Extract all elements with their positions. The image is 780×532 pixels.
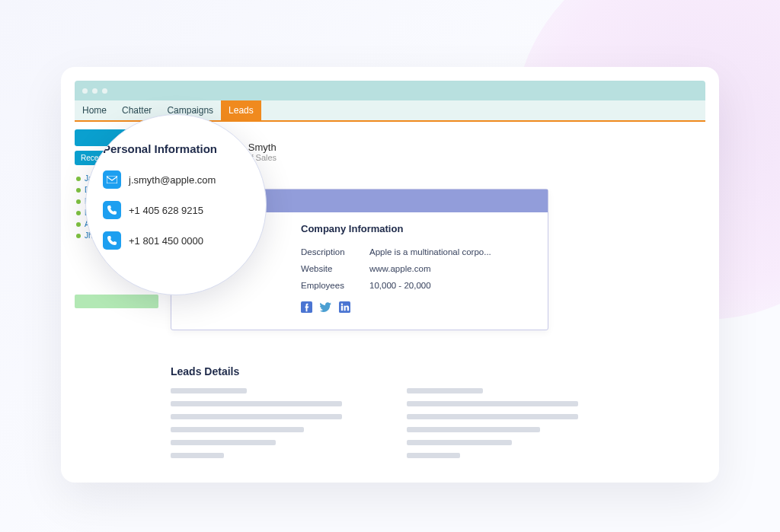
company-website-label: Website [301,264,369,273]
placeholder-line [171,388,247,393]
leads-details-header: Leads Details [171,365,597,377]
leads-details-section: Leads Details [171,365,597,458]
linkedin-icon[interactable] [339,301,350,313]
placeholder-line [171,427,304,432]
company-website-value[interactable]: www.apple.com [369,264,431,273]
phone-icon [103,231,121,250]
svg-rect-5 [341,306,343,311]
traffic-dot [92,88,98,94]
placeholder-line [407,388,483,393]
traffic-dot [102,88,107,94]
personal-phone-1[interactable]: +1 405 628 9215 [129,205,203,216]
placeholder-line [171,414,342,419]
svg-point-6 [341,304,343,305]
placeholder-line [407,401,578,406]
placeholder-line [407,453,460,458]
company-desc-label: Description [301,247,369,256]
placeholder-line [171,440,276,445]
placeholder-line [407,440,512,445]
tab-leads[interactable]: Leads [221,100,261,120]
sidebar-status-pill [75,295,158,308]
company-employees-label: Employees [301,281,369,290]
company-employees-value: 10,000 - 20,000 [369,281,431,290]
window-titlebar [75,81,705,100]
placeholder-line [171,401,342,406]
tab-home[interactable]: Home [75,100,114,120]
magnifier-lens: Personal Information j.smyth@apple.com +… [85,114,267,295]
phone-icon [103,201,121,219]
svg-rect-7 [107,176,117,183]
personal-email[interactable]: j.smyth@apple.com [129,174,216,186]
personal-phone-2[interactable]: +1 801 450 0000 [129,235,203,247]
twitter-icon[interactable] [320,301,331,313]
placeholder-line [407,414,578,419]
company-desc-value: Apple is a multinational corpo... [369,247,491,256]
company-info-header: Company Information [301,223,535,234]
placeholder-line [171,453,224,458]
facebook-icon[interactable] [301,301,312,313]
email-icon [103,170,121,189]
traffic-dot [82,88,88,94]
personal-info-header: Personal Information [103,142,249,155]
placeholder-line [407,427,540,432]
company-info: Company Information Description Apple is… [301,223,535,313]
